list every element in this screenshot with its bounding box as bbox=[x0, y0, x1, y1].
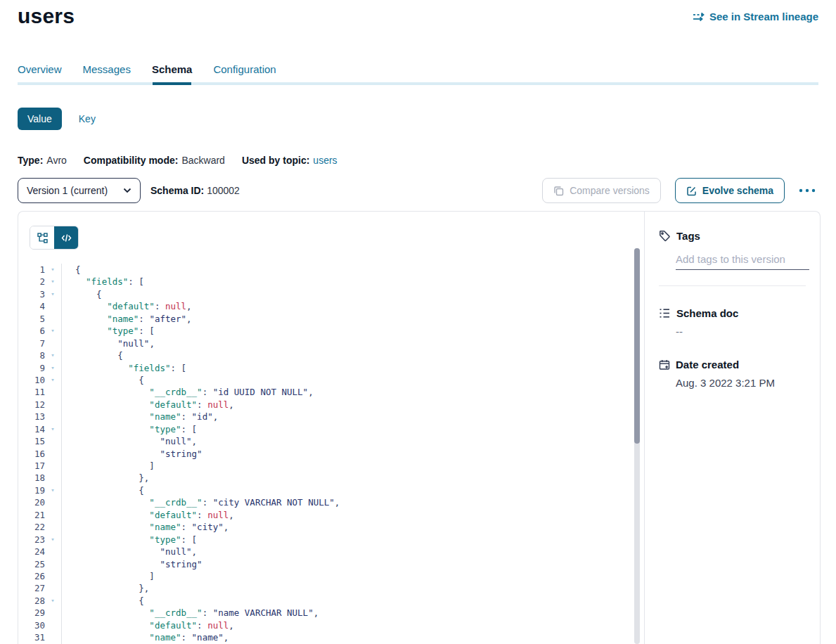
sidebar-divider bbox=[659, 285, 806, 286]
schema-id-label: Schema ID: bbox=[150, 185, 204, 196]
active-tab-indicator bbox=[153, 82, 191, 85]
code-text: "default": null, bbox=[62, 399, 234, 411]
tab-configuration[interactable]: Configuration bbox=[213, 63, 276, 82]
fold-spacer bbox=[45, 496, 60, 508]
tab-overview[interactable]: Overview bbox=[18, 63, 62, 82]
line-number: 5 bbox=[18, 313, 45, 325]
code-line: 7 "null", bbox=[18, 337, 644, 349]
code-lines: 1▾{2▾ "fields": [3▾ {4 "default": null,5… bbox=[18, 248, 644, 644]
fold-spacer bbox=[45, 631, 60, 643]
fold-toggle-icon[interactable]: ▾ bbox=[45, 423, 60, 435]
code-line: 26 ] bbox=[18, 570, 644, 582]
tab-messages[interactable]: Messages bbox=[83, 63, 131, 82]
fold-toggle-icon[interactable]: ▾ bbox=[45, 276, 60, 288]
code-text: ] bbox=[62, 460, 155, 472]
code-view-button[interactable] bbox=[54, 226, 78, 249]
compare-versions-label: Compare versions bbox=[570, 185, 650, 196]
code-line: 3▾ { bbox=[18, 288, 644, 300]
schema-panel: 1▾{2▾ "fields": [3▾ {4 "default": null,5… bbox=[18, 211, 821, 644]
stream-lineage-label: See in Stream lineage bbox=[709, 11, 818, 22]
code-line: 19▾ { bbox=[18, 484, 644, 496]
key-tab-button[interactable]: Key bbox=[79, 113, 96, 124]
value-tab-button[interactable]: Value bbox=[18, 108, 62, 130]
line-number: 27 bbox=[18, 582, 45, 594]
fold-spacer bbox=[45, 399, 60, 411]
code-text: "__crdb__": "id UUID NOT NULL", bbox=[62, 386, 314, 398]
code-line: 6▾ "type": [ bbox=[18, 325, 644, 337]
code-text: "string" bbox=[62, 558, 202, 570]
code-text: "null", bbox=[62, 435, 197, 447]
line-number: 11 bbox=[18, 386, 45, 398]
add-tags-input[interactable] bbox=[676, 252, 809, 270]
stream-lineage-link[interactable]: See in Stream lineage bbox=[693, 11, 818, 22]
editor-scrollbar[interactable] bbox=[634, 248, 640, 644]
value-key-toggle: Value Key bbox=[18, 108, 96, 130]
line-number: 31 bbox=[18, 631, 45, 643]
page-title: users bbox=[18, 4, 75, 28]
line-number: 28 bbox=[18, 595, 45, 607]
code-line: 1▾{ bbox=[18, 264, 644, 276]
line-number: 23 bbox=[18, 534, 45, 546]
code-text: "__crdb__": "name VARCHAR NULL", bbox=[62, 607, 319, 619]
fold-toggle-icon[interactable]: ▾ bbox=[45, 374, 60, 386]
code-line: 27 }, bbox=[18, 582, 644, 594]
code-text: "default": null, bbox=[62, 619, 234, 631]
stream-lineage-icon bbox=[693, 12, 705, 22]
line-number: 18 bbox=[18, 472, 45, 484]
code-line: 4 "default": null, bbox=[18, 300, 644, 312]
date-created-title: Date created bbox=[676, 359, 739, 371]
fold-toggle-icon[interactable]: ▾ bbox=[45, 325, 60, 337]
code-line: 21 "default": null, bbox=[18, 509, 644, 521]
line-number: 21 bbox=[18, 509, 45, 521]
schema-doc-value: -- bbox=[676, 326, 806, 337]
fold-toggle-icon[interactable]: ▾ bbox=[45, 595, 60, 607]
code-line: 5 "name": "after", bbox=[18, 313, 644, 325]
version-select[interactable]: Version 1 (current) bbox=[18, 178, 141, 203]
tag-icon bbox=[659, 230, 671, 242]
fold-toggle-icon[interactable]: ▾ bbox=[45, 349, 60, 361]
type-value: Avro bbox=[46, 155, 67, 166]
schema-doc-title: Schema doc bbox=[676, 307, 738, 319]
schema-doc-section: Schema doc -- bbox=[659, 307, 806, 337]
fold-spacer bbox=[45, 558, 60, 570]
fold-toggle-icon[interactable]: ▾ bbox=[45, 534, 60, 546]
code-line: 8▾ { bbox=[18, 349, 644, 361]
compare-versions-button[interactable]: Compare versions bbox=[542, 178, 661, 203]
fold-toggle-icon[interactable]: ▾ bbox=[45, 484, 60, 496]
fold-toggle-icon[interactable]: ▾ bbox=[45, 264, 60, 276]
calendar-plus-icon bbox=[659, 359, 670, 371]
evolve-schema-label: Evolve schema bbox=[702, 185, 773, 196]
code-text: { bbox=[62, 264, 81, 276]
line-number: 25 bbox=[18, 558, 45, 570]
edit-icon bbox=[686, 186, 697, 196]
code-text: { bbox=[62, 374, 144, 386]
date-created-value: Aug. 3 2022 3:21 PM bbox=[676, 377, 806, 389]
code-line: 25 "string" bbox=[18, 558, 644, 570]
date-created-header: Date created bbox=[659, 359, 806, 371]
compatibility-label: Compatibility mode: bbox=[84, 155, 179, 166]
line-number: 7 bbox=[18, 337, 45, 349]
tab-schema[interactable]: Schema bbox=[152, 63, 193, 82]
fold-spacer bbox=[45, 619, 60, 631]
fold-spacer bbox=[45, 509, 60, 521]
fold-spacer bbox=[45, 570, 60, 582]
evolve-schema-button[interactable]: Evolve schema bbox=[675, 178, 785, 203]
fold-toggle-icon[interactable]: ▾ bbox=[45, 362, 60, 374]
fold-toggle-icon[interactable]: ▾ bbox=[45, 288, 60, 300]
tab-bar: Overview Messages Schema Configuration bbox=[18, 63, 276, 82]
ellipsis-icon bbox=[799, 188, 816, 193]
more-options-button[interactable] bbox=[796, 186, 818, 195]
scrollbar-thumb[interactable] bbox=[634, 248, 640, 444]
code-line: 14▾ "type": [ bbox=[18, 423, 644, 435]
schema-doc-header: Schema doc bbox=[659, 307, 806, 319]
line-number: 16 bbox=[18, 448, 45, 460]
code-text: "default": null, bbox=[62, 300, 192, 312]
schema-code-editor[interactable]: 1▾{2▾ "fields": [3▾ {4 "default": null,5… bbox=[18, 248, 644, 644]
chevron-down-icon bbox=[123, 188, 131, 193]
tree-view-icon bbox=[37, 233, 48, 243]
code-line: 28▾ { bbox=[18, 595, 644, 607]
tree-view-button[interactable] bbox=[30, 226, 54, 249]
code-view-icon bbox=[61, 233, 72, 243]
topic-link[interactable]: users bbox=[313, 155, 337, 166]
fold-spacer bbox=[45, 411, 60, 423]
